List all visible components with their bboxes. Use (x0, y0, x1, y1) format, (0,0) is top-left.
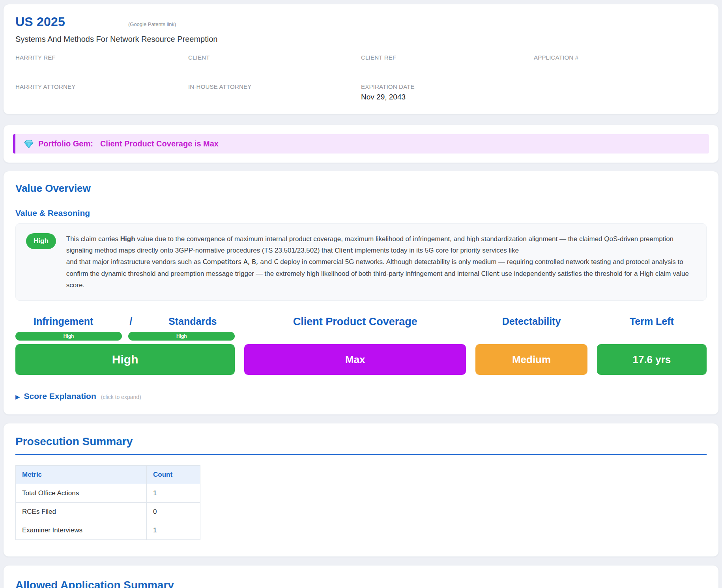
value-reasoning-heading: Value & Reasoning (15, 208, 707, 218)
reasoning-segment: This claim carries (66, 235, 120, 243)
field-label: HARRITY REF (15, 54, 188, 61)
field-value (188, 64, 361, 73)
field-label: HARRITY ATTORNEY (15, 83, 188, 90)
gem-icon (24, 140, 34, 148)
divider (15, 201, 707, 201)
reasoning-segment: implements today in its 5G core for prio… (353, 247, 518, 254)
infringement-standards-labels: Infringement / Standards (15, 316, 235, 327)
prosecution-summary-table: Metric Count Total Office Actions 1 RCEs… (15, 465, 200, 540)
table-row: Examiner Interviews 1 (16, 521, 200, 540)
detectability-bar: Medium (475, 344, 587, 375)
prosecution-summary-title: Prosecution Summary (15, 435, 707, 448)
reasoning-segment-client: Client (335, 247, 353, 254)
patent-subtitle: Systems And Methods For Network Resource… (15, 35, 707, 44)
value-reasoning-box: High This claim carries High value due t… (15, 223, 707, 301)
table-row: Total Office Actions 1 (16, 484, 200, 503)
patent-detail-page: US 2025 (Google Patents link) Systems An… (0, 0, 722, 588)
standards-pill: High (128, 332, 235, 341)
count-cell: 0 (147, 503, 200, 521)
term-left-bar: 17.6 yrs (597, 344, 707, 375)
field-value (534, 64, 707, 73)
value-pill-high: High (26, 233, 56, 249)
reasoning-paragraph: This claim carries High value due to the… (66, 233, 696, 291)
table-header-row: Metric Count (16, 466, 200, 484)
client-product-coverage-bar: Max (244, 344, 466, 375)
field-inhouse-attorney: IN-HOUSE ATTORNEY (188, 83, 361, 102)
patent-header-card: US 2025 (Google Patents link) Systems An… (3, 4, 719, 114)
google-patents-link[interactable]: (Google Patents link) (128, 21, 176, 27)
value-overview-title: Value Overview (15, 182, 707, 195)
patent-title: US 2025 (15, 15, 65, 29)
field-harrity-attorney: HARRITY ATTORNEY (15, 83, 188, 102)
field-harrity-ref: HARRITY REF (15, 54, 188, 73)
metric-cell: Total Office Actions (16, 484, 147, 503)
reasoning-segment-bold: High (120, 235, 135, 243)
gem-banner-message: Client Product Coverage is Max (100, 139, 219, 148)
metric-cell: Examiner Interviews (16, 521, 147, 540)
count-cell: 1 (147, 484, 200, 503)
score-explanation-toggle[interactable]: ▶ Score Explanation (click to expand) (15, 391, 707, 401)
allowed-application-summary-title: Allowed Application Summary (15, 579, 707, 588)
field-value (15, 93, 188, 102)
value-overview-card: Value Overview Value & Reasoning High Th… (3, 171, 719, 415)
table-row: RCEs Filed 0 (16, 503, 200, 521)
metric-detectability: Detectability Medium (475, 316, 587, 375)
prosecution-summary-card: Prosecution Summary Metric Count Total O… (3, 423, 719, 557)
value-metrics-row: Infringement / Standards High High High … (15, 316, 707, 375)
field-label: CLIENT (188, 54, 361, 61)
term-left-label: Term Left (597, 316, 707, 327)
metric-term-left: Term Left 17.6 yrs (597, 316, 707, 375)
separator-slash: / (129, 316, 132, 327)
client-product-coverage-label: Client Product Coverage (244, 316, 466, 328)
field-label: EXPIRATION DATE (361, 83, 534, 90)
gem-banner-label: Portfolio Gem: (38, 139, 93, 148)
field-client: CLIENT (188, 54, 361, 73)
metric-column-header: Metric (16, 466, 147, 484)
field-value (15, 64, 188, 73)
patent-fields-grid: HARRITY REF CLIENT CLIENT REF APPLICATIO… (15, 54, 707, 102)
allowed-application-summary-card: Allowed Application Summary (3, 565, 719, 588)
portfolio-gem-card: Portfolio Gem: Client Product Coverage i… (3, 125, 719, 163)
infringement-standards-pills: High High (15, 332, 235, 341)
heading-underline (15, 454, 707, 455)
field-label: APPLICATION # (534, 54, 707, 61)
reasoning-segment-client: Client (481, 270, 499, 277)
field-expiration-date: EXPIRATION DATE Nov 29, 2043 (361, 83, 534, 102)
field-label: CLIENT REF (361, 54, 534, 61)
portfolio-gem-banner: Portfolio Gem: Client Product Coverage i… (13, 134, 709, 154)
infringement-pill: High (15, 332, 122, 341)
field-client-ref: CLIENT REF (361, 54, 534, 73)
score-explanation-hint: (click to expand) (101, 394, 141, 400)
field-value (361, 64, 534, 73)
field-application-number: APPLICATION # (534, 54, 707, 73)
field-value (188, 93, 361, 102)
reasoning-segment-competitors: Competitors A, B, and C (203, 258, 279, 266)
expand-triangle-icon: ▶ (15, 393, 20, 401)
detectability-label: Detectability (475, 316, 587, 327)
reasoning-segment: and that major infrastructure vendors su… (66, 258, 203, 266)
metric-client-product-coverage: Client Product Coverage Max (244, 316, 466, 375)
count-column-header: Count (147, 466, 200, 484)
count-cell: 1 (147, 521, 200, 540)
title-row: US 2025 (Google Patents link) (15, 15, 707, 29)
metric-infringement-standards: Infringement / Standards High High High (15, 316, 235, 375)
metric-cell: RCEs Filed (16, 503, 147, 521)
expiration-date-value: Nov 29, 2043 (361, 93, 534, 102)
infringement-standards-bar: High (15, 344, 235, 375)
infringement-label: Infringement (34, 316, 93, 327)
standards-label: Standards (168, 316, 217, 327)
field-empty (534, 83, 707, 102)
field-label: IN-HOUSE ATTORNEY (188, 83, 361, 90)
score-explanation-label: Score Explanation (24, 391, 96, 401)
